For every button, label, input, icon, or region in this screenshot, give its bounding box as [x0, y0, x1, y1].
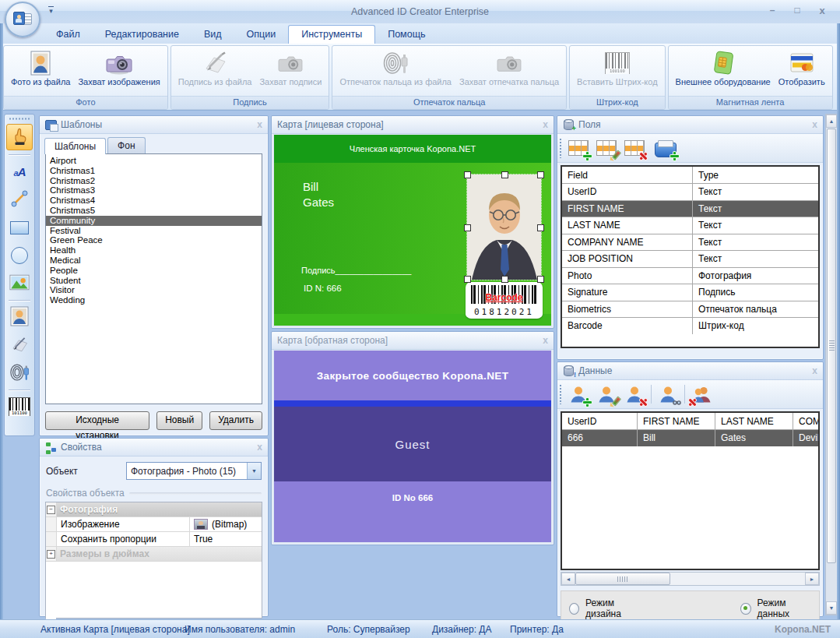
tab-background[interactable]: Фон — [107, 137, 145, 153]
card-barcode[interactable]: Barcode 01812021 — [466, 282, 543, 319]
capture-signature-button[interactable]: Захват подписи — [255, 48, 325, 89]
add-record-button[interactable] — [567, 383, 590, 405]
list-item[interactable]: Christmas3 — [46, 185, 262, 196]
application-orb-button[interactable] — [5, 2, 40, 37]
find-record-button[interactable] — [656, 383, 680, 405]
insert-barcode-button[interactable]: 100100 Вставить Штрих-код — [573, 48, 661, 89]
card-front-header[interactable]: Членская карточка Kopona.NET — [274, 135, 551, 163]
table-row[interactable]: JOB POSITIONТекст — [562, 251, 818, 268]
menu-tab-edit[interactable]: Редактирование — [93, 26, 192, 44]
list-item[interactable]: Visitor — [46, 285, 262, 295]
tab-templates[interactable]: Шаблоны — [44, 138, 106, 154]
property-name[interactable]: Сохранить пропорции — [57, 532, 190, 546]
card-id-text[interactable]: ID N: 666 — [304, 284, 342, 293]
property-group-collapsed[interactable]: Размеры в дюймах — [57, 547, 262, 561]
list-item[interactable]: Wedding — [46, 295, 262, 305]
capture-fingerprint-button[interactable]: Захват отпечатка пальца — [455, 48, 563, 89]
column-header[interactable]: Field — [562, 167, 693, 183]
card-front-canvas[interactable]: Членская карточка Kopona.NET Bill Gates … — [274, 135, 551, 326]
edit-field-button[interactable] — [595, 137, 618, 159]
add-field-button[interactable] — [567, 137, 590, 159]
list-item[interactable]: Airport — [46, 156, 262, 166]
data-mode-radio[interactable] — [740, 603, 750, 615]
close-icon[interactable]: x — [257, 119, 262, 130]
table-row[interactable]: FIRST NAMEТекст — [562, 201, 818, 218]
menu-tab-help[interactable]: Помощь — [375, 26, 438, 44]
property-name[interactable]: Изображение — [57, 517, 190, 531]
list-item[interactable]: People — [46, 266, 262, 276]
card-back-header[interactable]: Закрытое сообщество Kopona.NET — [274, 351, 551, 400]
selection-handle[interactable] — [537, 224, 544, 231]
list-item[interactable]: Festival — [46, 226, 262, 236]
menu-tab-options[interactable]: Опции — [234, 26, 289, 44]
selection-handle[interactable] — [464, 224, 471, 231]
close-icon[interactable]: x — [543, 335, 548, 346]
photo-tool[interactable] — [7, 305, 32, 330]
list-item[interactable]: Medical — [46, 256, 262, 266]
fingerprint-from-file-button[interactable]: Отпечаток пальца из файла — [336, 48, 455, 89]
selection-handle[interactable] — [464, 276, 471, 283]
minimize-button[interactable]: – — [765, 5, 779, 16]
delete-field-button[interactable] — [623, 137, 646, 159]
list-item[interactable]: Green Peace — [46, 235, 262, 245]
image-tool[interactable] — [7, 271, 32, 296]
pointer-tool[interactable] — [6, 124, 33, 150]
text-tool[interactable]: aA — [7, 159, 32, 184]
scroll-right-icon[interactable]: ► — [805, 573, 819, 585]
table-row[interactable]: BiometricsОтпечаток пальца — [562, 301, 818, 319]
property-value[interactable]: True — [194, 534, 213, 545]
collapse-icon[interactable]: − — [47, 506, 55, 514]
scroll-up-icon[interactable]: ▲ — [826, 115, 837, 128]
add-cardfile-button[interactable] — [654, 137, 677, 159]
barcode-tool[interactable]: 101100 — [7, 394, 32, 419]
list-item[interactable]: Christmas1 — [46, 166, 262, 176]
card-signature-line[interactable]: Подпись________________ — [301, 266, 411, 275]
fingerprint-tool[interactable] — [7, 361, 32, 386]
close-icon[interactable]: x — [812, 119, 817, 130]
toolbar-grip[interactable] — [559, 138, 562, 158]
list-item[interactable]: Student — [46, 276, 262, 286]
list-item[interactable]: Christmas5 — [46, 206, 262, 216]
chevron-down-icon[interactable]: ▼ — [247, 463, 261, 479]
column-header[interactable]: FIRST NAME — [638, 413, 715, 429]
menu-tab-view[interactable]: Вид — [192, 26, 234, 44]
design-mode-radio[interactable] — [569, 603, 579, 615]
table-row[interactable]: 666BillGatesDevil — [562, 430, 818, 446]
scroll-left-icon[interactable]: ◄ — [561, 573, 575, 585]
selection-handle[interactable] — [537, 276, 544, 283]
toolbar-grip[interactable] — [559, 384, 562, 404]
selection-handle[interactable] — [501, 276, 508, 283]
capture-image-button[interactable]: Захват изображения — [74, 48, 163, 89]
close-button[interactable]: x — [815, 5, 829, 16]
column-header[interactable]: COM — [793, 413, 818, 429]
property-value[interactable]: (Bitmap) — [212, 519, 247, 530]
scrollbar-thumb[interactable] — [827, 129, 836, 563]
vertical-scrollbar[interactable]: ▲ ▼ — [825, 114, 838, 615]
card-back-id-text[interactable]: ID No 666 — [274, 493, 551, 502]
card-back-canvas[interactable]: Закрытое сообщество Kopona.NET Guest ID … — [274, 351, 551, 542]
signature-from-file-button[interactable]: Подпись из файла — [174, 48, 256, 89]
menu-tab-file[interactable]: Файл — [44, 26, 93, 44]
close-icon[interactable]: x — [257, 442, 262, 453]
selection-handle[interactable] — [464, 171, 471, 178]
table-row[interactable]: UserIDТекст — [562, 184, 818, 201]
card-photo[interactable] — [467, 174, 541, 280]
column-header[interactable]: LAST NAME — [715, 413, 793, 429]
list-item[interactable]: Community — [46, 216, 262, 226]
close-icon[interactable]: x — [543, 119, 548, 130]
external-equipment-button[interactable]: Внешнее оборудование — [672, 48, 775, 89]
expand-icon[interactable]: + — [47, 550, 55, 559]
scroll-down-icon[interactable]: ▼ — [826, 601, 837, 615]
close-icon[interactable]: x — [812, 365, 817, 376]
table-row[interactable]: COMPANY NAMEТекст — [562, 234, 818, 252]
card-back-center-text[interactable]: Guest — [274, 407, 551, 481]
rectangle-tool[interactable] — [7, 215, 32, 240]
signature-tool[interactable] — [7, 333, 32, 358]
edit-record-button[interactable] — [595, 383, 618, 405]
display-magstripe-button[interactable]: Отобразить — [775, 48, 829, 89]
toolbar-grip[interactable] — [9, 117, 30, 121]
defaults-button[interactable]: Исходные установки — [45, 411, 149, 430]
horizontal-scrollbar[interactable]: ◄ ► — [561, 572, 820, 586]
table-row[interactable]: LAST NAMEТекст — [562, 217, 818, 234]
column-header[interactable]: Type — [693, 167, 818, 183]
